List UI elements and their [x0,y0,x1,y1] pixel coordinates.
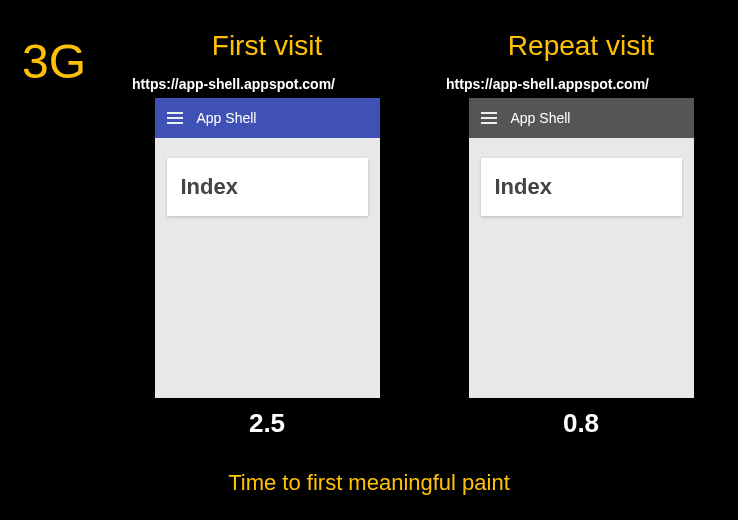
app-bar-title: App Shell [197,110,257,126]
card-title: Index [181,174,354,200]
network-badge: 3G [22,34,86,89]
column-heading: First visit [212,30,322,62]
content-card: Index [167,158,368,216]
url-label: https://app-shell.appspot.com/ [444,76,649,92]
hamburger-icon[interactable] [481,112,497,124]
app-bar: App Shell [469,98,694,138]
column-repeat-visit: Repeat visit https://app-shell.appspot.c… [444,30,718,439]
metric-value: 0.8 [563,408,599,439]
card-title: Index [495,174,668,200]
phone-mock-repeat: App Shell Index [469,98,694,398]
app-bar: App Shell [155,98,380,138]
hamburger-icon[interactable] [167,112,183,124]
column-heading: Repeat visit [508,30,654,62]
slide-caption: Time to first meaningful paint [0,470,738,496]
url-label: https://app-shell.appspot.com/ [130,76,335,92]
column-first-visit: First visit https://app-shell.appspot.co… [130,30,404,439]
metric-value: 2.5 [249,408,285,439]
phone-body: Index [469,138,694,398]
comparison-columns: First visit https://app-shell.appspot.co… [130,30,718,439]
phone-mock-first: App Shell Index [155,98,380,398]
content-card: Index [481,158,682,216]
phone-body: Index [155,138,380,398]
app-bar-title: App Shell [511,110,571,126]
